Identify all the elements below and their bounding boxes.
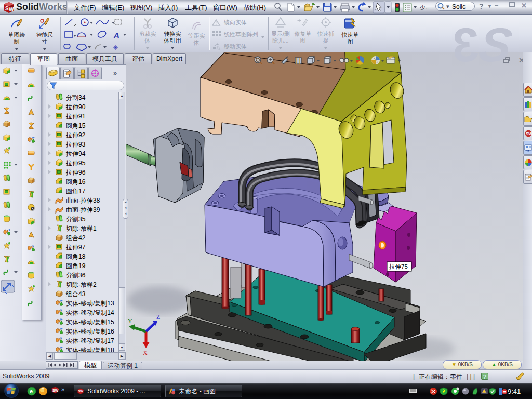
svg-text:X: X (143, 349, 148, 356)
svg-text:Z: Z (156, 313, 160, 321)
svg-text:✳: ✳ (113, 44, 118, 51)
svg-text:A: A (113, 31, 119, 39)
svg-text:e: e (30, 388, 33, 394)
svg-text:Y: Y (128, 317, 132, 325)
svg-text:»: » (61, 387, 64, 392)
svg-text:SW: SW (526, 131, 532, 136)
svg-text:!: ! (215, 20, 217, 26)
svg-text:拉伸75: 拉伸75 (389, 263, 408, 270)
svg-text:+: + (297, 17, 301, 24)
svg-text:SW: SW (52, 389, 59, 392)
svg-text:S: S (5, 6, 9, 11)
svg-text:W: W (9, 7, 14, 12)
svg-text:少..: 少.. (420, 4, 429, 10)
svg-text:SW: SW (78, 389, 83, 393)
